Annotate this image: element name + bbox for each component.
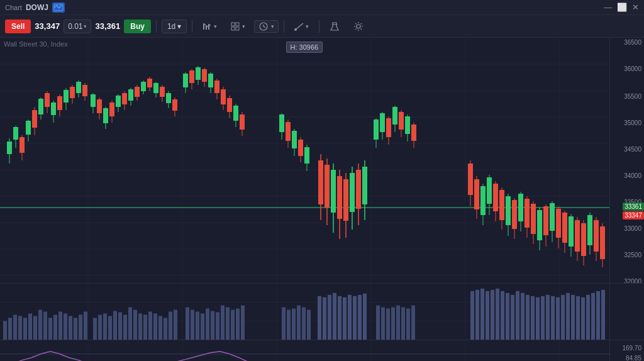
svg-rect-247 [287, 310, 291, 340]
svg-rect-204 [23, 318, 27, 340]
svg-rect-216 [84, 312, 87, 340]
volume-area [0, 283, 644, 340]
svg-rect-213 [69, 316, 72, 340]
svg-rect-237 [201, 313, 204, 340]
price-34500: 34500 [624, 146, 641, 153]
settings-button[interactable] [348, 19, 369, 34]
svg-rect-39 [19, 137, 25, 153]
svg-rect-111 [286, 122, 291, 141]
candlestick-chart[interactable]: Wall Street 30, Index H: 30966 [0, 38, 609, 283]
indicators-arrow-icon: ▾ [242, 23, 245, 30]
svg-rect-260 [358, 295, 362, 340]
svg-rect-232 [169, 312, 172, 340]
svg-rect-93 [196, 67, 201, 80]
svg-rect-238 [206, 309, 209, 340]
sell-button[interactable]: Sell [5, 19, 31, 33]
price-35000: 35000 [624, 119, 641, 126]
title-left: Chart DOWJ [5, 3, 65, 13]
svg-rect-209 [48, 318, 52, 340]
svg-rect-147 [512, 200, 517, 229]
svg-rect-173 [594, 220, 599, 252]
svg-rect-293 [586, 295, 590, 340]
settings-icon [353, 21, 364, 31]
svg-rect-205 [28, 313, 32, 340]
svg-rect-49 [51, 103, 56, 115]
close-button[interactable]: ✕ [632, 3, 639, 12]
svg-rect-218 [98, 314, 102, 340]
spread-box[interactable]: 0.01 ▾ [64, 19, 91, 33]
svg-rect-183 [337, 176, 342, 219]
line-tool-icon [294, 22, 304, 31]
svg-rect-185 [343, 179, 348, 221]
svg-rect-105 [233, 106, 238, 121]
svg-rect-253 [323, 297, 326, 340]
oscillator-chart[interactable] [0, 340, 609, 361]
svg-rect-296 [601, 290, 605, 340]
svg-rect-43 [32, 110, 37, 128]
svg-rect-241 [221, 306, 225, 340]
svg-rect-231 [164, 318, 167, 340]
svg-rect-269 [411, 306, 415, 340]
svg-rect-284 [541, 296, 545, 340]
svg-rect-223 [123, 314, 127, 340]
price-yaxis: 36500 36000 35500 35000 34500 34000 3350… [609, 38, 644, 283]
volume-chart[interactable] [0, 284, 609, 340]
svg-rect-230 [158, 316, 162, 340]
timeframe-arrow-icon: ▾ [177, 22, 181, 31]
svg-rect-280 [521, 293, 525, 340]
maximize-button[interactable]: ⬜ [617, 3, 627, 12]
svg-rect-79 [147, 79, 152, 87]
svg-rect-240 [216, 312, 219, 340]
svg-rect-101 [221, 89, 226, 104]
chart-svg [0, 38, 609, 283]
svg-rect-97 [208, 74, 213, 87]
sell-price: 33,347 [35, 21, 60, 31]
svg-rect-131 [411, 125, 416, 141]
divider-1 [156, 20, 157, 33]
symbol-icon [52, 3, 65, 13]
timeframe-selector[interactable]: 1d ▾ [162, 19, 187, 33]
svg-rect-286 [551, 296, 555, 340]
volume-yaxis [609, 284, 644, 340]
svg-rect-210 [53, 314, 57, 340]
svg-rect-145 [506, 196, 511, 225]
svg-rect-251 [307, 310, 311, 340]
draw-line-button[interactable]: ▾ [289, 19, 314, 33]
svg-rect-167 [575, 220, 580, 252]
flask-button[interactable] [325, 19, 345, 34]
svg-rect-288 [561, 295, 565, 340]
svg-rect-254 [328, 295, 331, 340]
chart-type-arrow-icon: ▾ [214, 23, 217, 30]
svg-rect-267 [401, 308, 405, 340]
svg-rect-119 [374, 119, 379, 140]
svg-rect-69 [116, 96, 121, 107]
svg-rect-153 [531, 204, 536, 234]
indicators-button[interactable]: ▾ [226, 19, 250, 33]
title-controls[interactable]: — ⬜ ✕ [604, 3, 639, 12]
draw-tool-arrow-icon: ▾ [271, 23, 274, 30]
svg-rect-227 [143, 314, 147, 340]
svg-rect-265 [391, 308, 395, 340]
svg-rect-63 [97, 99, 102, 113]
svg-rect-67 [109, 103, 114, 116]
chart-type-button[interactable]: ▾ [197, 19, 222, 33]
buy-button[interactable]: Buy [124, 19, 151, 33]
draw-tool-group[interactable]: ▾ [254, 20, 279, 33]
svg-rect-129 [405, 116, 410, 134]
svg-rect-229 [153, 313, 157, 340]
svg-rect-37 [13, 127, 18, 140]
svg-rect-276 [501, 291, 504, 340]
svg-rect-233 [174, 310, 177, 340]
svg-rect-61 [91, 94, 96, 107]
minimize-button[interactable]: — [604, 3, 612, 12]
svg-rect-281 [526, 295, 530, 340]
sell-line-price: 33347 [623, 211, 644, 219]
svg-rect-169 [581, 223, 586, 256]
svg-rect-201 [8, 318, 12, 340]
svg-rect-271 [475, 290, 479, 340]
svg-rect-249 [297, 306, 301, 340]
svg-line-13 [264, 26, 265, 28]
svg-rect-85 [166, 93, 171, 103]
svg-rect-250 [302, 308, 306, 340]
svg-rect-217 [93, 318, 97, 340]
